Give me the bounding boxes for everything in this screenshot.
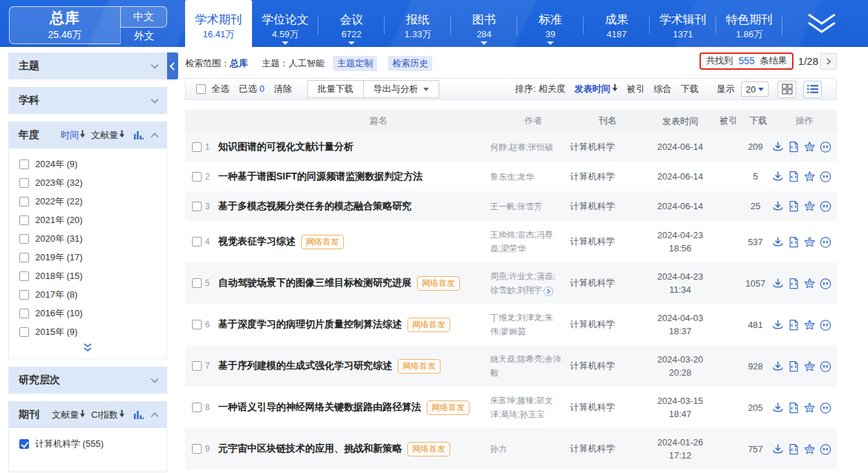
article-title-link[interactable]: 一种基于谱图SIFT的同源频谱监测数据判定方法 xyxy=(218,171,423,183)
select-all-checkbox[interactable] xyxy=(196,84,206,94)
favorite-star-icon[interactable] xyxy=(804,319,816,331)
favorite-star-icon[interactable] xyxy=(804,200,816,212)
filter-item[interactable]: 2021年 (20) xyxy=(9,211,166,229)
row-source-link[interactable]: 计算机科学 xyxy=(561,401,642,414)
checkbox-unchecked[interactable] xyxy=(19,215,29,225)
sort-option-5[interactable]: 下载 xyxy=(681,83,699,95)
nav-tab-6[interactable]: 标准39 xyxy=(517,0,584,47)
cite-quote-icon[interactable] xyxy=(820,236,831,248)
checkbox-unchecked[interactable] xyxy=(19,160,29,169)
row-checkbox[interactable] xyxy=(192,142,202,152)
article-title-link[interactable]: 知识图谱的可视化文献计量分析 xyxy=(218,141,354,153)
html-read-icon[interactable] xyxy=(788,236,800,248)
sort-link-year-1[interactable]: 文献量 xyxy=(91,129,125,142)
html-read-icon[interactable] xyxy=(788,171,800,182)
select-all-label[interactable]: 全选 xyxy=(211,83,229,95)
nav-tab-9[interactable]: 特色期刊1.86万 xyxy=(716,0,782,47)
row-source-link[interactable]: 计算机科学 xyxy=(561,171,642,183)
filter-panel-header-year[interactable]: 年度时间文献量 xyxy=(8,122,167,148)
html-read-icon[interactable] xyxy=(788,360,800,372)
filter-item[interactable]: 2020年 (31) xyxy=(9,229,166,248)
filter-panel-header-theme[interactable]: 主题 xyxy=(8,52,167,79)
row-checkbox[interactable] xyxy=(192,172,202,182)
row-source-link[interactable]: 计算机科学 xyxy=(561,141,642,153)
row-source-link[interactable]: 计算机科学 xyxy=(561,277,642,289)
article-title-link[interactable]: 元宇宙中区块链技术的应用、挑战和新策略 xyxy=(218,443,402,455)
filter-panel-header-journal[interactable]: 期刊文献量CI指数 xyxy=(8,401,167,428)
favorite-star-icon[interactable] xyxy=(804,360,816,372)
nav-tab-4[interactable]: 报纸1.33万 xyxy=(385,0,451,47)
favorite-star-icon[interactable] xyxy=(804,443,816,455)
download-icon[interactable] xyxy=(772,236,784,248)
html-read-icon[interactable] xyxy=(788,278,800,289)
checkbox-unchecked[interactable] xyxy=(19,309,29,318)
sort-link-journal-0[interactable]: 文献量 xyxy=(52,409,86,421)
row-checkbox[interactable] xyxy=(192,403,202,412)
download-icon[interactable] xyxy=(772,200,784,212)
html-read-icon[interactable] xyxy=(788,402,800,414)
filter-item[interactable]: 2016年 (10) xyxy=(9,304,166,322)
row-source-link[interactable]: 计算机科学 xyxy=(561,235,642,248)
favorite-star-icon[interactable] xyxy=(804,278,816,289)
row-source-link[interactable]: 计算机科学 xyxy=(561,360,642,372)
grid-view-button[interactable] xyxy=(778,81,796,98)
cite-quote-icon[interactable] xyxy=(820,200,831,212)
batch-download-button[interactable]: 批量下载 xyxy=(307,80,364,98)
cite-quote-icon[interactable] xyxy=(820,278,831,289)
display-count-select[interactable]: 20 xyxy=(741,81,769,97)
checkbox-unchecked[interactable] xyxy=(19,271,29,281)
filter-panel-header-level[interactable]: 研究层次 xyxy=(8,367,167,394)
lang-tab-foreign[interactable]: 外文 xyxy=(120,28,167,44)
download-icon[interactable] xyxy=(772,360,784,372)
cite-quote-icon[interactable] xyxy=(820,443,831,455)
chart-bars-icon[interactable] xyxy=(133,410,144,419)
nav-tab-7[interactable]: 成果4187 xyxy=(584,0,650,47)
filter-item[interactable]: 计算机科学 (555) xyxy=(9,434,166,453)
cite-quote-icon[interactable] xyxy=(820,360,831,372)
more-databases-chevron-icon[interactable] xyxy=(804,10,839,37)
html-read-icon[interactable] xyxy=(788,443,800,455)
checkbox-checked[interactable] xyxy=(19,439,29,449)
html-read-icon[interactable] xyxy=(788,319,800,331)
checkbox-unchecked[interactable] xyxy=(19,327,29,337)
row-source-link[interactable]: 计算机科学 xyxy=(561,443,642,455)
expand-more-years-button[interactable] xyxy=(9,341,166,353)
topic-customize-button[interactable]: 主题定制 xyxy=(333,56,377,71)
download-icon[interactable] xyxy=(772,171,784,182)
sort-option-4[interactable]: 综合 xyxy=(654,83,672,95)
filter-item[interactable]: 2024年 (9) xyxy=(9,155,166,173)
row-checkbox[interactable] xyxy=(192,320,202,329)
filter-item[interactable]: 2023年 (32) xyxy=(9,173,166,192)
row-checkbox[interactable] xyxy=(192,444,202,454)
checkbox-unchecked[interactable] xyxy=(19,178,29,188)
sort-option-2[interactable]: 发表时间 xyxy=(575,83,618,95)
checkbox-unchecked[interactable] xyxy=(19,234,29,244)
filter-item[interactable]: 2019年 (17) xyxy=(9,248,166,267)
total-library-tab[interactable]: 总库 25.46万 xyxy=(9,6,120,44)
filter-panel-header-subject[interactable]: 学科 xyxy=(8,87,167,114)
favorite-star-icon[interactable] xyxy=(804,141,816,153)
cite-quote-icon[interactable] xyxy=(820,141,831,153)
download-icon[interactable] xyxy=(772,443,784,455)
filter-item[interactable]: 2017年 (8) xyxy=(9,285,166,304)
sort-option-3[interactable]: 被引 xyxy=(627,83,645,95)
row-checkbox[interactable] xyxy=(192,278,202,288)
nav-tab-5[interactable]: 图书284 xyxy=(451,0,517,47)
filter-item[interactable]: 2015年 (9) xyxy=(9,322,166,341)
article-title-link[interactable]: 基于多模态视频分类任务的模态融合策略研究 xyxy=(218,200,412,213)
checkbox-unchecked[interactable] xyxy=(19,290,29,300)
article-title-link[interactable]: 自动驾驶场景下的图像三维目标检测研究进展 xyxy=(218,277,412,289)
sort-option-1[interactable]: 相关度 xyxy=(539,83,566,95)
download-icon[interactable] xyxy=(772,402,784,414)
chart-bars-icon[interactable] xyxy=(133,131,144,139)
favorite-star-icon[interactable] xyxy=(804,402,816,414)
html-read-icon[interactable] xyxy=(788,141,800,153)
download-icon[interactable] xyxy=(772,278,784,289)
checkbox-unchecked[interactable] xyxy=(19,197,29,206)
list-view-button[interactable] xyxy=(803,81,822,98)
more-authors-button[interactable] xyxy=(543,287,553,296)
nav-tab-2[interactable]: 学位论文4.59万 xyxy=(252,0,318,47)
sort-link-year-0[interactable]: 时间 xyxy=(61,129,86,142)
lang-tab-chinese[interactable]: 中文 xyxy=(120,6,167,28)
checkbox-unchecked[interactable] xyxy=(19,253,29,262)
